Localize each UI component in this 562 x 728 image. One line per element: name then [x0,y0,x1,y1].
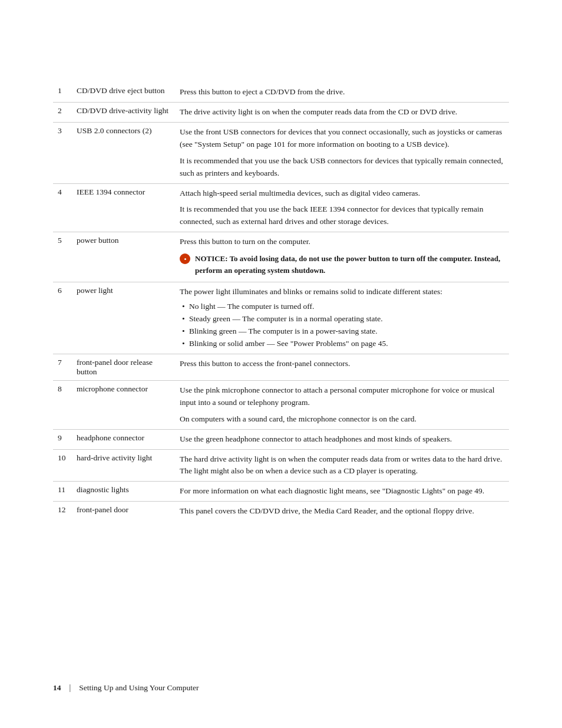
row-number: 12 [53,502,72,521]
notice-box: NOTICE: To avoid losing data, do not use… [180,253,504,276]
desc-paragraph: The drive activity light is on when the … [180,106,504,118]
row-label: diagnostic lights [72,482,175,502]
row-number: 8 [53,380,72,429]
desc-paragraph: On computers with a sound card, the micr… [180,413,504,426]
row-description: Attach high-speed serial multimedia devi… [175,183,509,232]
row-label: microphone connector [72,380,175,429]
row-number: 2 [53,102,72,122]
content-table: 1CD/DVD drive eject buttonPress this but… [53,83,509,521]
table-row: 8microphone connectorUse the pink microp… [53,380,509,429]
row-label: front-panel door release button [72,354,175,380]
desc-paragraph: Use the green headphone connector to att… [180,433,504,446]
table-row: 9headphone connectorUse the green headph… [53,429,509,449]
row-number: 11 [53,482,72,502]
desc-paragraph: For more information on what each diagno… [180,485,504,498]
footer-page-number: 14 [53,683,61,693]
row-number: 9 [53,429,72,449]
table-row: 6power lightThe power light illuminates … [53,282,509,354]
desc-paragraph: Press this button to turn on the compute… [180,236,504,248]
desc-paragraph: Attach high-speed serial multimedia devi… [180,187,504,200]
desc-paragraph: It is recommended that you use the back … [180,203,504,228]
row-description: The power light illuminates and blinks o… [175,282,509,354]
table-row: 1CD/DVD drive eject buttonPress this but… [53,83,509,102]
row-description: Use the front USB connectors for devices… [175,122,509,183]
bullet-item: Blinking or solid amber — See "Power Pro… [180,338,504,350]
desc-paragraph: It is recommended that you use the back … [180,155,504,180]
row-label: CD/DVD drive eject button [72,83,175,102]
page: 1CD/DVD drive eject buttonPress this but… [0,0,562,568]
row-description: Use the green headphone connector to att… [175,429,509,449]
desc-paragraph: Press this button to eject a CD/DVD from… [180,86,504,98]
desc-paragraph: The hard drive activity light is on when… [180,453,504,478]
row-label: front-panel door [72,502,175,521]
row-number: 1 [53,83,72,102]
bullet-list: No light — The computer is turned off.St… [180,301,504,350]
desc-paragraph: Use the front USB connectors for devices… [180,126,504,151]
row-label: USB 2.0 connectors (2) [72,122,175,183]
row-label: IEEE 1394 connector [72,183,175,232]
row-number: 4 [53,183,72,232]
table-row: 5power buttonPress this button to turn o… [53,232,509,282]
row-description: The drive activity light is on when the … [175,102,509,122]
notice-label: NOTICE: [195,254,230,263]
row-description: Press this button to eject a CD/DVD from… [175,83,509,102]
row-description: Use the pink microphone connector to att… [175,380,509,429]
row-label: hard-drive activity light [72,449,175,482]
row-number: 7 [53,354,72,380]
desc-paragraph: Use the pink microphone connector to att… [180,384,504,409]
row-description: For more information on what each diagno… [175,482,509,502]
notice-text: NOTICE: To avoid losing data, do not use… [195,253,504,276]
row-description: Press this button to access the front-pa… [175,354,509,380]
table-row: 11diagnostic lightsFor more information … [53,482,509,502]
table-row: 4IEEE 1394 connectorAttach high-speed se… [53,183,509,232]
row-label: power light [72,282,175,354]
row-label: CD/DVD drive-activity light [72,102,175,122]
row-label: power button [72,232,175,282]
table-row: 2CD/DVD drive-activity lightThe drive ac… [53,102,509,122]
bullet-item: Steady green — The computer is in a norm… [180,313,504,325]
row-number: 10 [53,449,72,482]
row-number: 6 [53,282,72,354]
bullet-item: No light — The computer is turned off. [180,301,504,313]
table-row: 3USB 2.0 connectors (2)Use the front USB… [53,122,509,183]
footer-title: Setting Up and Using Your Computer [79,683,199,693]
bullet-item: Blinking green — The computer is in a po… [180,325,504,338]
row-description: This panel covers the CD/DVD drive, the … [175,502,509,521]
row-number: 5 [53,232,72,282]
footer: 14 | Setting Up and Using Your Computer [53,683,509,693]
desc-paragraph: This panel covers the CD/DVD drive, the … [180,505,504,518]
footer-separator: | [70,683,71,693]
desc-paragraph: Press this button to access the front-pa… [180,358,504,370]
table-row: 7front-panel door release buttonPress th… [53,354,509,380]
table-row: 10hard-drive activity lightThe hard driv… [53,449,509,482]
row-description: The hard drive activity light is on when… [175,449,509,482]
desc-paragraph: The power light illuminates and blinks o… [180,286,504,298]
row-label: headphone connector [72,429,175,449]
row-description: Press this button to turn on the compute… [175,232,509,282]
table-row: 12front-panel doorThis panel covers the … [53,502,509,521]
notice-icon [180,253,190,264]
row-number: 3 [53,122,72,183]
